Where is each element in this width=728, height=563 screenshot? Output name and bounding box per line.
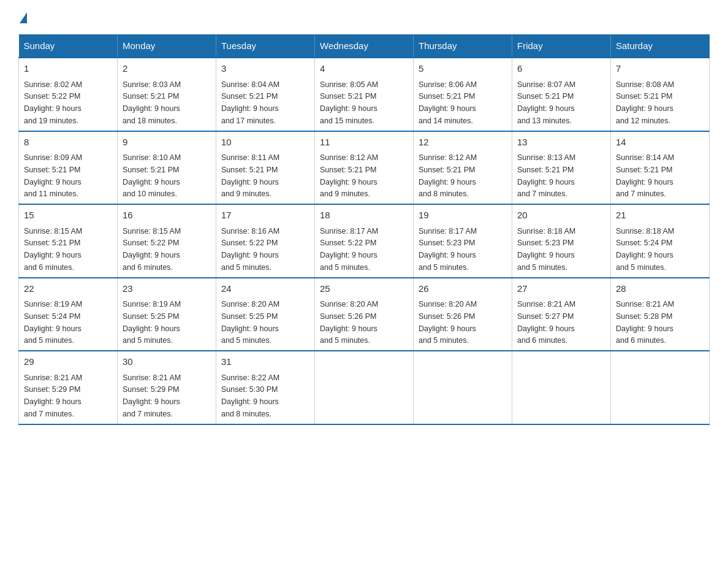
- col-thursday: Thursday: [414, 34, 512, 58]
- day-info: Sunrise: 8:13 AMSunset: 5:21 PMDaylight:…: [517, 153, 575, 198]
- day-info: Sunrise: 8:20 AMSunset: 5:25 PMDaylight:…: [221, 300, 279, 345]
- day-number: 13: [517, 136, 605, 150]
- day-number: 30: [123, 355, 211, 369]
- calendar-cell: 17 Sunrise: 8:16 AMSunset: 5:22 PMDaylig…: [216, 204, 315, 278]
- day-number: 28: [616, 282, 704, 296]
- calendar-cell: 6 Sunrise: 8:07 AMSunset: 5:21 PMDayligh…: [512, 58, 611, 131]
- week-row-3: 15 Sunrise: 8:15 AMSunset: 5:21 PMDaylig…: [19, 204, 710, 278]
- day-number: 11: [320, 136, 408, 150]
- day-info: Sunrise: 8:21 AMSunset: 5:28 PMDaylight:…: [616, 300, 674, 345]
- day-info: Sunrise: 8:04 AMSunset: 5:21 PMDaylight:…: [221, 80, 279, 125]
- calendar-header: Sunday Monday Tuesday Wednesday Thursday…: [19, 34, 710, 58]
- day-number: 12: [419, 136, 507, 150]
- calendar-cell: 9 Sunrise: 8:10 AMSunset: 5:21 PMDayligh…: [118, 131, 216, 205]
- calendar-cell: 21 Sunrise: 8:18 AMSunset: 5:24 PMDaylig…: [611, 204, 710, 278]
- day-number: 7: [616, 62, 704, 76]
- calendar-cell: 25 Sunrise: 8:20 AMSunset: 5:26 PMDaylig…: [315, 278, 414, 351]
- day-number: 14: [616, 136, 704, 150]
- calendar-cell: 4 Sunrise: 8:05 AMSunset: 5:21 PMDayligh…: [315, 58, 414, 131]
- day-info: Sunrise: 8:03 AMSunset: 5:21 PMDaylight:…: [123, 80, 181, 125]
- day-info: Sunrise: 8:08 AMSunset: 5:21 PMDaylight:…: [616, 80, 674, 125]
- calendar-cell: 14 Sunrise: 8:14 AMSunset: 5:21 PMDaylig…: [611, 131, 710, 205]
- calendar-cell: 26 Sunrise: 8:20 AMSunset: 5:26 PMDaylig…: [414, 278, 512, 351]
- calendar-cell: 12 Sunrise: 8:12 AMSunset: 5:21 PMDaylig…: [414, 131, 512, 205]
- calendar-cell: 13 Sunrise: 8:13 AMSunset: 5:21 PMDaylig…: [512, 131, 611, 205]
- day-info: Sunrise: 8:15 AMSunset: 5:21 PMDaylight:…: [24, 227, 82, 272]
- day-info: Sunrise: 8:21 AMSunset: 5:29 PMDaylight:…: [123, 373, 181, 418]
- calendar-cell: 7 Sunrise: 8:08 AMSunset: 5:21 PMDayligh…: [611, 58, 710, 131]
- day-info: Sunrise: 8:19 AMSunset: 5:24 PMDaylight:…: [24, 300, 82, 345]
- calendar-cell: 3 Sunrise: 8:04 AMSunset: 5:21 PMDayligh…: [216, 58, 315, 131]
- calendar-body: 1 Sunrise: 8:02 AMSunset: 5:22 PMDayligh…: [19, 58, 710, 424]
- col-friday: Friday: [512, 34, 611, 58]
- day-info: Sunrise: 8:16 AMSunset: 5:22 PMDaylight:…: [221, 227, 279, 272]
- col-monday: Monday: [118, 34, 216, 58]
- logo-text: [18, 12, 27, 25]
- day-number: 3: [221, 62, 309, 76]
- day-info: Sunrise: 8:11 AMSunset: 5:21 PMDaylight:…: [221, 153, 279, 198]
- calendar-cell: [315, 351, 414, 424]
- day-info: Sunrise: 8:17 AMSunset: 5:22 PMDaylight:…: [320, 227, 378, 272]
- day-info: Sunrise: 8:06 AMSunset: 5:21 PMDaylight:…: [419, 80, 477, 125]
- week-row-2: 8 Sunrise: 8:09 AMSunset: 5:21 PMDayligh…: [19, 131, 710, 205]
- day-number: 10: [221, 136, 309, 150]
- day-info: Sunrise: 8:10 AMSunset: 5:21 PMDaylight:…: [123, 153, 181, 198]
- day-info: Sunrise: 8:12 AMSunset: 5:21 PMDaylight:…: [320, 153, 378, 198]
- calendar-cell: 18 Sunrise: 8:17 AMSunset: 5:22 PMDaylig…: [315, 204, 414, 278]
- day-number: 16: [123, 209, 211, 223]
- page-header: [18, 12, 710, 22]
- col-wednesday: Wednesday: [315, 34, 414, 58]
- day-number: 8: [24, 136, 112, 150]
- day-number: 20: [517, 209, 605, 223]
- calendar-cell: 24 Sunrise: 8:20 AMSunset: 5:25 PMDaylig…: [216, 278, 315, 351]
- calendar-cell: 10 Sunrise: 8:11 AMSunset: 5:21 PMDaylig…: [216, 131, 315, 205]
- calendar-cell: 27 Sunrise: 8:21 AMSunset: 5:27 PMDaylig…: [512, 278, 611, 351]
- day-number: 23: [123, 282, 211, 296]
- day-number: 29: [24, 355, 112, 369]
- calendar-cell: 31 Sunrise: 8:22 AMSunset: 5:30 PMDaylig…: [216, 351, 315, 424]
- day-info: Sunrise: 8:15 AMSunset: 5:22 PMDaylight:…: [123, 227, 181, 272]
- day-number: 4: [320, 62, 408, 76]
- calendar-cell: [414, 351, 512, 424]
- col-sunday: Sunday: [19, 34, 118, 58]
- day-number: 27: [517, 282, 605, 296]
- day-number: 21: [616, 209, 704, 223]
- day-info: Sunrise: 8:14 AMSunset: 5:21 PMDaylight:…: [616, 153, 674, 198]
- day-info: Sunrise: 8:20 AMSunset: 5:26 PMDaylight:…: [419, 300, 477, 345]
- calendar-cell: 30 Sunrise: 8:21 AMSunset: 5:29 PMDaylig…: [118, 351, 216, 424]
- calendar-cell: 15 Sunrise: 8:15 AMSunset: 5:21 PMDaylig…: [19, 204, 118, 278]
- week-row-1: 1 Sunrise: 8:02 AMSunset: 5:22 PMDayligh…: [19, 58, 710, 131]
- day-number: 19: [419, 209, 507, 223]
- day-number: 9: [123, 136, 211, 150]
- week-row-5: 29 Sunrise: 8:21 AMSunset: 5:29 PMDaylig…: [19, 351, 710, 424]
- day-info: Sunrise: 8:22 AMSunset: 5:30 PMDaylight:…: [221, 373, 279, 418]
- logo: [18, 12, 27, 22]
- calendar-cell: 5 Sunrise: 8:06 AMSunset: 5:21 PMDayligh…: [414, 58, 512, 131]
- day-number: 1: [24, 62, 112, 76]
- calendar-cell: 11 Sunrise: 8:12 AMSunset: 5:21 PMDaylig…: [315, 131, 414, 205]
- day-number: 24: [221, 282, 309, 296]
- calendar-cell: 8 Sunrise: 8:09 AMSunset: 5:21 PMDayligh…: [19, 131, 118, 205]
- calendar-cell: 2 Sunrise: 8:03 AMSunset: 5:21 PMDayligh…: [118, 58, 216, 131]
- day-number: 2: [123, 62, 211, 76]
- calendar-table: Sunday Monday Tuesday Wednesday Thursday…: [18, 34, 710, 425]
- calendar-cell: 23 Sunrise: 8:19 AMSunset: 5:25 PMDaylig…: [118, 278, 216, 351]
- calendar-cell: 19 Sunrise: 8:17 AMSunset: 5:23 PMDaylig…: [414, 204, 512, 278]
- day-info: Sunrise: 8:02 AMSunset: 5:22 PMDaylight:…: [24, 80, 82, 125]
- day-info: Sunrise: 8:12 AMSunset: 5:21 PMDaylight:…: [419, 153, 477, 198]
- calendar-cell: [611, 351, 710, 424]
- day-info: Sunrise: 8:07 AMSunset: 5:21 PMDaylight:…: [517, 80, 575, 125]
- col-tuesday: Tuesday: [216, 34, 315, 58]
- day-info: Sunrise: 8:18 AMSunset: 5:24 PMDaylight:…: [616, 227, 674, 272]
- day-info: Sunrise: 8:09 AMSunset: 5:21 PMDaylight:…: [24, 153, 82, 198]
- col-saturday: Saturday: [611, 34, 710, 58]
- logo-triangle-icon: [20, 12, 27, 23]
- week-row-4: 22 Sunrise: 8:19 AMSunset: 5:24 PMDaylig…: [19, 278, 710, 351]
- day-info: Sunrise: 8:21 AMSunset: 5:27 PMDaylight:…: [517, 300, 575, 345]
- day-number: 26: [419, 282, 507, 296]
- day-number: 22: [24, 282, 112, 296]
- calendar-cell: 20 Sunrise: 8:18 AMSunset: 5:23 PMDaylig…: [512, 204, 611, 278]
- calendar-cell: 28 Sunrise: 8:21 AMSunset: 5:28 PMDaylig…: [611, 278, 710, 351]
- day-number: 17: [221, 209, 309, 223]
- day-number: 5: [419, 62, 507, 76]
